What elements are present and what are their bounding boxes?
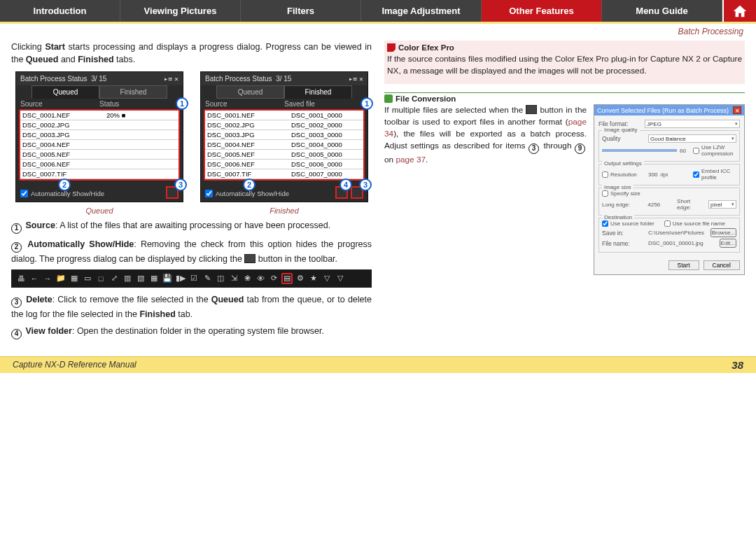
item-1: 1 Source: A list of the files that are a… (11, 219, 372, 234)
breadcrumb: Batch Processing (0, 24, 756, 36)
use-source-folder-checkbox[interactable] (602, 220, 608, 227)
save-icon[interactable]: 💾 (162, 273, 173, 284)
expand-icon[interactable]: ⤢ (108, 273, 120, 284)
icc-checkbox[interactable] (693, 171, 699, 178)
filter2-icon[interactable]: ▽ (335, 273, 346, 284)
tab-viewing-pictures[interactable]: Viewing Pictures (120, 0, 241, 22)
warning-icon (387, 43, 396, 52)
filter-icon[interactable]: ▽ (321, 273, 332, 284)
edit-button[interactable]: Edit... (720, 239, 736, 248)
auto-show-hide-checkbox[interactable]: Automatically Show/Hide (205, 190, 289, 197)
quality-select[interactable]: Good Balance (648, 134, 736, 143)
specify-size-checkbox[interactable] (602, 190, 608, 197)
source-list: DSC_0001.NEF20% ■ DSC_0002.JPG DSC_0003.… (19, 109, 180, 181)
close-icon[interactable]: ✕ (359, 75, 363, 83)
callout-3: 3 (359, 178, 372, 191)
tip-icon (384, 94, 393, 103)
square-icon[interactable]: □ (95, 273, 106, 284)
right-column: Color Efex Pro If the source contains fi… (384, 41, 745, 344)
callout-1: 1 (176, 97, 188, 110)
print-icon[interactable]: 🖶 (15, 273, 27, 284)
caption-queued: Queued (15, 206, 183, 215)
home-button[interactable] (722, 0, 756, 22)
dust-icon[interactable]: ❀ (241, 273, 253, 284)
item-4: 4 View folder: Open the destination fold… (11, 325, 372, 339)
convert-dialog: Convert Selected Files (Run as Batch Pro… (594, 104, 745, 275)
export-button-icon (526, 105, 537, 114)
close-icon[interactable]: ✕ (174, 75, 178, 83)
item-2: 2 Automatically Show/Hide: Removing the … (11, 238, 372, 265)
back-icon[interactable]: ← (29, 273, 40, 284)
batch-status-finished: Batch Process Status 3/ 15▸≡✕ Queued Fin… (200, 71, 368, 202)
tab-queued[interactable]: Queued (31, 85, 99, 99)
star-icon[interactable]: ★ (308, 273, 319, 284)
refresh-icon[interactable]: ⟳ (268, 273, 279, 284)
home-icon (732, 3, 748, 19)
manual-title: Capture NX-D Reference Manual (13, 360, 136, 370)
crop-icon[interactable]: ◫ (215, 273, 226, 284)
link-page-37[interactable]: page 37 (396, 155, 426, 164)
tab-other-features[interactable]: Other Features (482, 0, 602, 22)
forward-icon[interactable]: → (42, 273, 53, 284)
batch-status-queued: Batch Process Status 3/ 15▸≡✕ Queued Fin… (15, 71, 183, 202)
footer: Capture NX-D Reference Manual 38 (0, 356, 756, 373)
compare4-icon[interactable]: ▦ (148, 273, 160, 284)
top-nav: Introduction Viewing Pictures Filters Im… (0, 0, 756, 24)
auto-show-hide-checkbox[interactable]: Automatically Show/Hide (20, 190, 104, 197)
compare-icon[interactable]: ▥ (122, 273, 133, 284)
tab-queued[interactable]: Queued (216, 85, 284, 99)
tab-filters[interactable]: Filters (241, 0, 361, 22)
resolution-checkbox[interactable] (602, 171, 608, 178)
compare2-icon[interactable]: ▧ (135, 273, 146, 284)
caption-finished: Finished (200, 206, 368, 215)
tab-menu-guide[interactable]: Menu Guide (602, 0, 722, 22)
tab-introduction[interactable]: Introduction (0, 0, 120, 22)
film-icon[interactable]: ▭ (82, 273, 93, 284)
brush-icon[interactable]: ✎ (202, 273, 213, 284)
close-icon[interactable]: ✕ (733, 106, 741, 114)
item-3: 3 Delete: Click to remove the file selec… (11, 293, 372, 321)
intro-text: Clicking Start starts processing and dis… (11, 41, 372, 66)
tab-finished[interactable]: Finished (284, 85, 352, 99)
pause-icon[interactable]: ▮▶ (175, 273, 186, 284)
minimize-icon[interactable]: ▸≡ (164, 75, 172, 83)
folder-icon[interactable]: 📁 (55, 273, 66, 284)
minimize-icon[interactable]: ▸≡ (349, 75, 357, 83)
browse-button[interactable]: Browse... (710, 228, 736, 237)
file-format-select[interactable]: JPEG (645, 120, 740, 128)
grid-icon[interactable]: ▦ (69, 273, 80, 284)
callout-3: 3 (174, 178, 187, 191)
straighten-icon[interactable]: ⇲ (228, 273, 239, 284)
lzw-checkbox[interactable] (693, 148, 699, 154)
start-button[interactable]: Start (668, 260, 699, 270)
use-source-name-checkbox[interactable] (664, 220, 671, 227)
tab-finished[interactable]: Finished (99, 85, 167, 99)
page-number: 38 (732, 359, 743, 371)
color-efex-note: Color Efex Pro If the source contains fi… (384, 41, 745, 84)
eye-icon[interactable]: 👁 (255, 273, 266, 284)
left-column: Clicking Start starts processing and dis… (11, 41, 372, 344)
tab-image-adjustment[interactable]: Image Adjustment (361, 0, 482, 22)
toolbar: 🖶 ← → 📁 ▦ ▭ □ ⤢ ▥ ▧ ▦ 💾 ▮▶ ☑ ✎ ◫ ⇲ ❀ 👁 ⟳… (11, 269, 372, 288)
gear-icon[interactable]: ⚙ (295, 273, 306, 284)
cancel-button[interactable]: Cancel (704, 260, 740, 270)
unit-select[interactable]: pixel (708, 200, 736, 209)
export-icon[interactable]: ☑ (188, 273, 200, 284)
batch-progress-icon[interactable]: ▤ (281, 273, 293, 284)
source-list: DSC_0001.NEFDSC_0001_0000 DSC_0002.JPGDS… (204, 109, 365, 181)
file-conversion-text: If multiple files are selected when the … (384, 104, 587, 166)
callout-1: 1 (360, 97, 373, 110)
progress-button-icon (244, 254, 255, 263)
